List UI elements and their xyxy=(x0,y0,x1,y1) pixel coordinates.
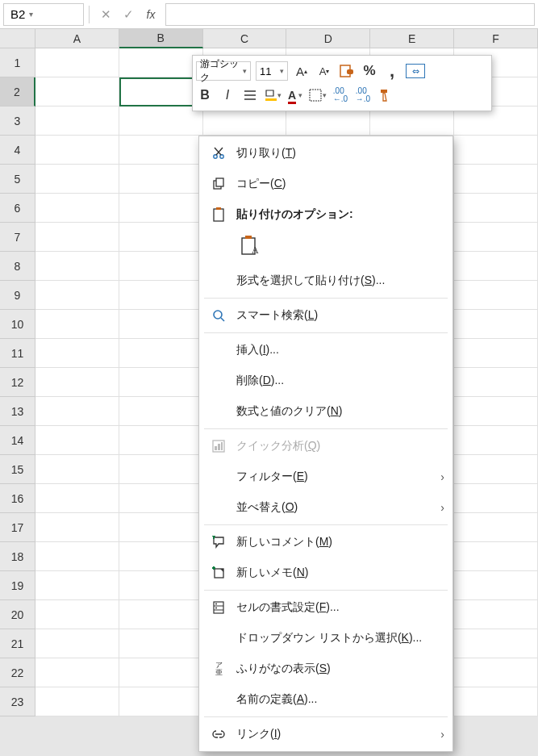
row-header[interactable]: 11 xyxy=(0,339,35,368)
cell[interactable] xyxy=(454,629,538,658)
cell[interactable] xyxy=(35,455,119,484)
cell[interactable] xyxy=(119,455,203,484)
cell[interactable] xyxy=(119,339,203,368)
increase-decimal-button[interactable]: .00←.0 xyxy=(332,86,349,104)
row-header[interactable]: 15 xyxy=(0,455,35,484)
cell[interactable] xyxy=(454,600,538,629)
cell[interactable] xyxy=(35,339,119,368)
decrease-decimal-button[interactable]: .00→.0 xyxy=(354,86,372,104)
comma-style-button[interactable]: , xyxy=(383,62,401,80)
cell[interactable] xyxy=(35,629,119,658)
cell[interactable] xyxy=(35,165,119,194)
row-header[interactable]: 7 xyxy=(0,223,35,252)
menu-cut[interactable]: 切り取り(T) xyxy=(199,138,453,169)
decrease-font-button[interactable]: A▾ xyxy=(315,62,333,80)
menu-insert[interactable]: 挿入(I)... xyxy=(199,335,453,365)
accept-formula-button[interactable]: ✓ xyxy=(117,3,140,26)
cell[interactable] xyxy=(35,368,119,397)
cell[interactable] xyxy=(454,223,538,252)
cell[interactable] xyxy=(119,107,203,136)
cell[interactable] xyxy=(454,397,538,426)
cell[interactable] xyxy=(119,48,203,77)
row-header[interactable]: 10 xyxy=(0,310,35,339)
cell[interactable] xyxy=(454,194,538,223)
increase-font-button[interactable]: A▴ xyxy=(293,62,311,80)
cell[interactable] xyxy=(119,426,203,455)
cell[interactable] xyxy=(35,542,119,571)
cell[interactable] xyxy=(454,136,538,165)
row-header[interactable]: 21 xyxy=(0,629,35,658)
row-header[interactable]: 3 xyxy=(0,107,35,136)
cell[interactable] xyxy=(35,484,119,513)
align-button[interactable] xyxy=(241,86,259,104)
cell[interactable] xyxy=(454,484,538,513)
cell[interactable] xyxy=(119,513,203,542)
cell[interactable] xyxy=(119,687,203,716)
row-header[interactable]: 2 xyxy=(0,77,35,107)
cell[interactable] xyxy=(35,107,119,136)
menu-smart-lookup[interactable]: スマート検索(L) xyxy=(199,300,453,331)
font-size-combo[interactable]: 11 ▾ xyxy=(256,61,288,81)
cell[interactable] xyxy=(35,687,119,716)
column-header[interactable]: F xyxy=(454,29,538,48)
merge-center-button[interactable]: ⇔ xyxy=(406,64,425,78)
menu-clear-contents[interactable]: 数式と値のクリア(N) xyxy=(199,396,453,427)
font-name-combo[interactable]: 游ゴシック ▾ xyxy=(196,61,251,81)
cell[interactable] xyxy=(119,194,203,223)
cancel-formula-button[interactable]: ✕ xyxy=(94,3,117,26)
cell[interactable] xyxy=(35,252,119,281)
accounting-format-button[interactable] xyxy=(338,62,356,80)
row-header[interactable]: 5 xyxy=(0,165,35,194)
cell[interactable] xyxy=(119,165,203,194)
cell[interactable] xyxy=(35,571,119,600)
cell[interactable] xyxy=(119,252,203,281)
cell[interactable] xyxy=(119,484,203,513)
cell[interactable] xyxy=(35,658,119,687)
cell[interactable] xyxy=(454,658,538,687)
menu-new-comment[interactable]: 新しいコメント(M) xyxy=(199,527,453,558)
menu-filter[interactable]: フィルター(E) › xyxy=(199,462,453,492)
cell[interactable] xyxy=(35,136,119,165)
paste-default-button[interactable]: A xyxy=(236,233,262,259)
row-header[interactable]: 17 xyxy=(0,513,35,542)
bold-button[interactable]: B xyxy=(196,86,214,104)
cell[interactable] xyxy=(454,513,538,542)
column-header[interactable]: B xyxy=(119,29,203,48)
cell[interactable] xyxy=(454,252,538,281)
menu-new-note[interactable]: 新しいメモ(N) xyxy=(199,558,453,588)
row-header[interactable]: 8 xyxy=(0,252,35,281)
name-box[interactable]: B2 ▾ xyxy=(3,3,84,26)
cell[interactable] xyxy=(35,223,119,252)
row-header[interactable]: 23 xyxy=(0,687,35,716)
column-header[interactable]: C xyxy=(203,29,287,48)
cell[interactable] xyxy=(119,542,203,571)
format-painter-button[interactable] xyxy=(377,86,394,104)
cell[interactable] xyxy=(454,368,538,397)
cell[interactable] xyxy=(35,194,119,223)
borders-button[interactable]: ▾ xyxy=(309,86,327,104)
row-header[interactable]: 6 xyxy=(0,194,35,223)
column-header[interactable]: A xyxy=(35,29,119,48)
fx-button[interactable]: fx xyxy=(140,3,162,26)
row-header[interactable]: 4 xyxy=(0,136,35,165)
cell[interactable] xyxy=(454,281,538,310)
menu-delete[interactable]: 削除(D)... xyxy=(199,365,453,396)
cell[interactable] xyxy=(454,165,538,194)
cell[interactable] xyxy=(454,455,538,484)
menu-link[interactable]: リンク(I) › xyxy=(199,719,453,750)
cell[interactable] xyxy=(119,658,203,687)
cell[interactable] xyxy=(454,339,538,368)
cell[interactable] xyxy=(35,77,119,107)
cell[interactable] xyxy=(119,136,203,165)
row-header[interactable]: 19 xyxy=(0,571,35,600)
row-header[interactable]: 13 xyxy=(0,397,35,426)
fill-color-button[interactable]: ▾ xyxy=(264,86,282,104)
cell[interactable] xyxy=(454,571,538,600)
column-header[interactable]: E xyxy=(370,29,454,48)
row-header[interactable]: 22 xyxy=(0,658,35,687)
cell[interactable] xyxy=(454,310,538,339)
menu-copy[interactable]: コピー(C) xyxy=(199,169,453,199)
menu-define-name[interactable]: 名前の定義(A)... xyxy=(199,684,453,715)
cell[interactable] xyxy=(35,281,119,310)
menu-format-cells[interactable]: セルの書式設定(F)... xyxy=(199,592,453,623)
